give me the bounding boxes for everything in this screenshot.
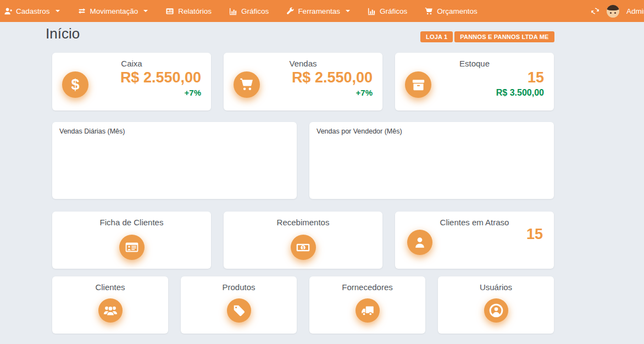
report-icon [165,7,174,15]
card-title: Vendas [224,53,382,68]
clientes-atraso-count: 15 [526,226,543,243]
chevron-down-icon [346,10,350,12]
bar-chart-icon [229,7,237,15]
exchange-icon [77,7,86,15]
truck-icon [356,298,380,323]
menu-orcamentos[interactable]: Orçamentos [416,0,486,22]
vendas-delta: +7% [356,88,373,97]
card-title: Fornecedores [309,276,425,292]
company-badge: PANNOS E PANNOS LTDA ME [454,31,554,42]
card-clientes[interactable]: Clientes [52,276,168,334]
card-title: Estoque [395,53,554,68]
card-vendas[interactable]: Vendas R$ 2.550,00 +7% [224,53,382,110]
chart-vendas-diarias: Vendas Diárias (Mês) [52,122,297,199]
user-plus-icon [4,7,12,15]
page-title: Início [46,25,80,42]
nav-cards-row: Clientes Produtos Fornecedores Usuários [52,276,554,334]
wrench-icon [286,7,294,15]
caixa-delta: +7% [185,88,201,97]
banknote-icon: 1 [291,235,316,260]
mid-cards-row: Ficha de Clientes Recebimentos 1 Cliente… [52,212,554,269]
top-navbar: Cadastros Movimentação Relatórios [0,0,644,22]
chart-vendas-vendedor: Vendas por Vendedor (Mês) [309,122,554,199]
card-title: Produtos [181,276,297,292]
store-badges: LOJA 1 PANNOS E PANNOS LTDA ME [420,31,554,42]
tag-icon [227,298,251,323]
menu-relatorios[interactable]: Relatórios [157,0,220,22]
user-menu[interactable]: Admin [626,7,644,15]
card-caixa[interactable]: Caixa $ R$ 2.550,00 +7% [52,53,211,110]
cart-icon [234,71,260,98]
navbar-user-area: Admin [591,0,644,22]
chart-title: Vendas Diárias (Mês) [52,122,297,141]
menu-label: Gráficos [241,7,269,15]
card-title: Ficha de Clientes [52,212,211,227]
menu-label: Movimentação [90,7,138,15]
card-estoque[interactable]: Estoque 15 R$ 3.500,00 [395,53,554,110]
vendas-value: R$ 2.550,00 [292,69,373,86]
card-title: Caixa [52,53,211,68]
menu-label: Cadastros [16,7,50,15]
user-icon [407,230,432,255]
charts-row: Vendas Diárias (Mês) Vendas por Vendedor… [52,122,554,199]
store-badge: LOJA 1 [420,31,453,42]
box-icon [405,71,431,98]
bar-chart-icon [368,7,376,15]
card-fornecedores[interactable]: Fornecedores [309,276,425,334]
caixa-value: R$ 2.550,00 [120,69,201,86]
card-title: Recebimentos [224,212,382,227]
menu-label: Ferramentas [298,7,340,15]
menu-label: Relatórios [178,7,212,15]
card-title: Clientes em Atraso [395,212,554,227]
card-usuarios[interactable]: Usuários [438,276,554,334]
menu-label: Gráficos [380,7,407,15]
card-recebimentos[interactable]: Recebimentos 1 [224,212,382,269]
card-produtos[interactable]: Produtos [181,276,297,334]
navbar-menu: Cadastros Movimentação Relatórios [0,0,486,22]
users-icon [98,298,123,323]
menu-ferramentas[interactable]: Ferramentas [277,0,359,22]
estoque-count: 15 [528,69,544,86]
chevron-down-icon [55,10,60,12]
user-circle-icon [484,298,508,323]
menu-cadastros[interactable]: Cadastros [0,0,69,22]
dashboard-screen: Cadastros Movimentação Relatórios [0,0,644,344]
chart-title: Vendas por Vendedor (Mês) [309,122,554,141]
menu-movimentacao[interactable]: Movimentação [69,0,157,22]
dollar-icon: $ [62,71,88,98]
menu-graficos-1[interactable]: Gráficos [220,0,277,22]
estoque-total: R$ 3.500,00 [496,88,544,98]
cart-icon [425,7,433,15]
refresh-icon[interactable] [591,7,599,15]
card-title: Usuários [438,276,554,292]
chevron-down-icon [143,10,148,12]
stat-cards-row: Caixa $ R$ 2.550,00 +7% Vendas R$ 2.550,… [52,53,554,110]
svg-text:1: 1 [302,244,304,250]
avatar[interactable] [607,5,619,18]
menu-label: Orçamentos [437,7,478,15]
card-clientes-atraso[interactable]: Clientes em Atraso 15 [395,212,554,269]
menu-graficos-2[interactable]: Gráficos [359,0,416,22]
card-ficha-clientes[interactable]: Ficha de Clientes [52,212,211,269]
card-title: Clientes [52,276,168,292]
id-card-icon [119,235,145,260]
